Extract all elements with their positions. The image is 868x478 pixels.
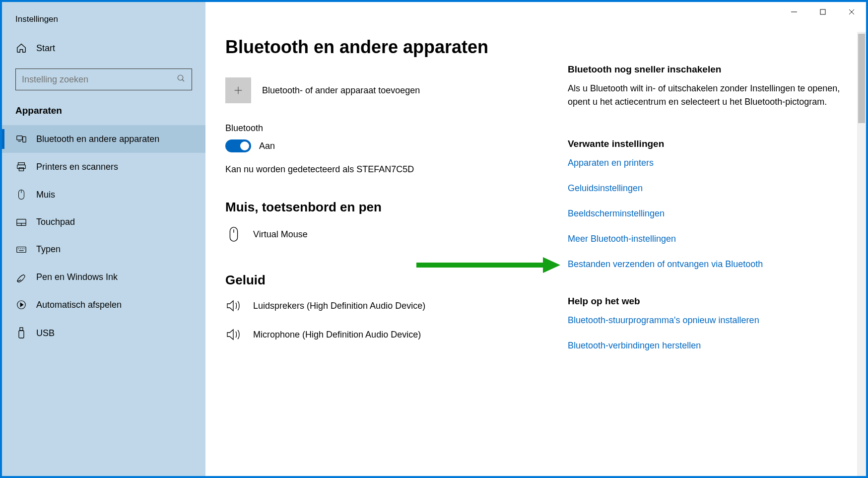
speaker-icon: [225, 299, 242, 313]
section-label: Apparaten: [2, 101, 205, 125]
device-label: Virtual Mouse: [253, 229, 308, 240]
quick-text: Als u Bluetooth wilt in- of uitschakelen…: [568, 82, 846, 109]
nav-printers[interactable]: Printers en scanners: [2, 153, 205, 181]
app-title: Instellingen: [2, 12, 205, 37]
nav-typing[interactable]: Typen: [2, 236, 205, 263]
category-heading-mouse: Muis, toetsenbord en pen: [225, 200, 553, 215]
svg-rect-6: [17, 165, 26, 168]
svg-rect-21: [20, 328, 23, 331]
page-title: Bluetooth en andere apparaten: [225, 37, 553, 58]
quick-heading: Bluetooth nog sneller inschakelen: [568, 64, 846, 75]
minimize-button[interactable]: [780, 2, 808, 22]
pen-icon: [15, 272, 27, 282]
link-reinstall-drivers[interactable]: Bluetooth-stuurprogramma's opnieuw insta…: [568, 314, 846, 327]
bluetooth-heading: Bluetooth: [225, 123, 553, 134]
bluetooth-status: Kan nu worden gedetecteerd als STEFAN7C5…: [225, 164, 553, 175]
devices-icon: [15, 134, 27, 144]
nav-label: Typen: [36, 244, 61, 255]
mouse-icon: [225, 226, 242, 243]
svg-marker-20: [20, 303, 23, 306]
nav-usb[interactable]: USB: [2, 319, 205, 347]
bluetooth-toggle[interactable]: [225, 139, 251, 152]
nav-label: Automatisch afspelen: [36, 300, 122, 310]
svg-rect-2: [17, 136, 22, 140]
category-heading-sound: Geluid: [225, 273, 553, 288]
nav-autoplay[interactable]: Automatisch afspelen: [2, 291, 205, 319]
svg-line-1: [182, 79, 184, 81]
keyboard-icon: [15, 246, 27, 254]
svg-rect-22: [19, 331, 24, 338]
search-icon: [177, 74, 186, 85]
main-content: Bluetooth en andere apparaten Bluetooth-…: [205, 2, 866, 476]
touchpad-icon: [15, 218, 27, 227]
nav-label: Printers en scanners: [36, 162, 118, 172]
home-label: Start: [36, 43, 55, 54]
link-send-receive-bluetooth[interactable]: Bestanden verzenden of ontvangen via Blu…: [568, 258, 846, 271]
link-fix-connections[interactable]: Bluetooth-verbindingen herstellen: [568, 339, 846, 352]
autoplay-icon: [15, 299, 27, 310]
link-more-bluetooth[interactable]: Meer Bluetooth-instellingen: [568, 232, 846, 246]
device-item[interactable]: Virtual Mouse: [225, 226, 553, 243]
nav-label: Bluetooth en andere apparaten: [36, 134, 159, 144]
search-input[interactable]: [22, 74, 177, 85]
related-heading: Verwante instellingen: [568, 138, 846, 149]
bluetooth-toggle-label: Aan: [259, 141, 275, 151]
nav-label: Pen en Windows Ink: [36, 272, 118, 282]
link-devices-printers[interactable]: Apparaten en printers: [568, 156, 846, 170]
svg-rect-13: [17, 247, 26, 252]
scrollbar-thumb[interactable]: [858, 34, 865, 123]
home-icon: [15, 43, 27, 54]
nav-label: Touchpad: [36, 217, 75, 227]
device-label: Microphone (High Definition Audio Device…: [253, 330, 421, 340]
svg-rect-5: [18, 163, 25, 165]
home-nav[interactable]: Start: [2, 37, 205, 60]
nav-bluetooth-devices[interactable]: Bluetooth en andere apparaten: [2, 125, 205, 153]
device-item[interactable]: Luidsprekers (High Definition Audio Devi…: [225, 299, 553, 313]
nav-mouse[interactable]: Muis: [2, 181, 205, 208]
mouse-icon: [15, 189, 27, 200]
close-button[interactable]: [837, 2, 866, 22]
device-item[interactable]: Microphone (High Definition Audio Device…: [225, 328, 553, 341]
svg-rect-7: [19, 168, 23, 171]
printer-icon: [15, 161, 27, 172]
add-device-label: Bluetooth- of ander apparaat toevoegen: [262, 85, 420, 96]
search-box[interactable]: [15, 68, 192, 90]
svg-rect-3: [23, 137, 26, 142]
svg-rect-28: [820, 9, 825, 14]
device-label: Luidsprekers (High Definition Audio Devi…: [253, 301, 425, 311]
usb-icon: [15, 327, 27, 339]
svg-rect-25: [230, 227, 237, 241]
nav-touchpad[interactable]: Touchpad: [2, 208, 205, 236]
svg-point-0: [178, 75, 183, 80]
sidebar: Instellingen Start Apparaten Bluetooth e…: [2, 2, 205, 476]
nav-pen[interactable]: Pen en Windows Ink: [2, 263, 205, 291]
link-sound-settings[interactable]: Geluidsinstellingen: [568, 182, 846, 195]
maximize-button[interactable]: [808, 2, 837, 22]
add-device-button[interactable]: [225, 77, 251, 103]
help-heading: Help op het web: [568, 296, 846, 307]
titlebar-controls: [780, 2, 866, 22]
nav-label: Muis: [36, 190, 55, 200]
nav-label: USB: [36, 328, 55, 339]
add-device[interactable]: Bluetooth- of ander apparaat toevoegen: [225, 77, 553, 103]
speaker-icon: [225, 328, 242, 341]
link-display-settings[interactable]: Beeldscherminstellingen: [568, 207, 846, 220]
